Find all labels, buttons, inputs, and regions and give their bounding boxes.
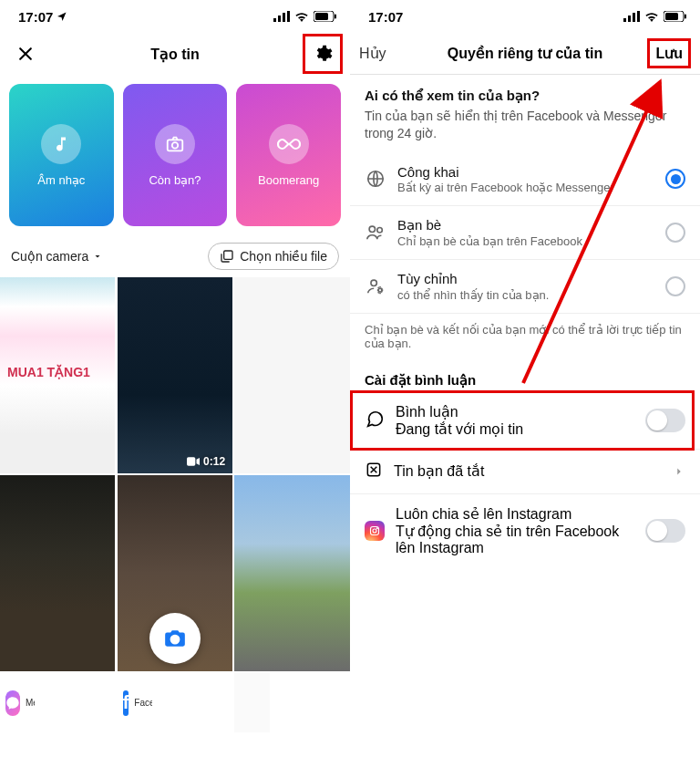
svg-rect-9 <box>224 251 232 259</box>
pill-label: Chọn nhiều file <box>240 249 327 264</box>
svg-point-25 <box>373 529 376 533</box>
svg-point-8 <box>172 142 178 148</box>
row-label: Luôn chia sẻ lên Instagram <box>396 505 634 523</box>
screen-create-story: 17:07 Tạo tin <box>0 0 350 757</box>
thumb-item[interactable] <box>234 277 349 473</box>
comment-settings-heading: Cài đặt bình luận <box>350 356 700 392</box>
who-can-see-section: Ai có thể xem tin của bạn? Tin của bạn s… <box>350 75 700 146</box>
option-label: Bạn bè <box>397 217 654 233</box>
location-icon <box>57 9 67 25</box>
svg-point-19 <box>369 226 375 232</box>
svg-rect-14 <box>637 11 640 22</box>
header-create-story: Tạo tin <box>0 33 350 75</box>
thumb-item[interactable] <box>234 475 349 671</box>
instagram-icon <box>365 521 385 541</box>
row-label: Bình luận <box>396 403 634 420</box>
toggle-off[interactable] <box>645 409 685 432</box>
video-duration: 0:12 <box>203 455 225 468</box>
thumb-item[interactable] <box>0 475 115 671</box>
card-boomerang[interactable]: Boomerang <box>236 84 341 226</box>
svg-rect-17 <box>685 14 686 18</box>
save-button[interactable]: Lưu <box>647 38 691 68</box>
svg-rect-3 <box>287 11 290 22</box>
app-label: Facebook <box>134 698 152 708</box>
option-public[interactable]: Công khai Bất kỳ ai trên Facebook hoặc M… <box>350 153 700 206</box>
chevron-down-icon <box>92 251 103 262</box>
screen-story-privacy: 17:07 Hủy Quyền riêng tư của tin Lưu Ai … <box>350 0 700 757</box>
option-sub: Bất kỳ ai trên Facebook hoặc Messenger <box>397 181 654 194</box>
option-friends[interactable]: Bạn bè Chỉ bạn bè của bạn trên Facebook <box>350 206 700 260</box>
toggle-off[interactable] <box>645 519 685 543</box>
option-sub: Chỉ bạn bè của bạn trên Facebook <box>397 234 654 248</box>
header-privacy: Hủy Quyền riêng tư của tin Lưu <box>350 33 700 75</box>
status-bar: 17:07 <box>350 0 700 33</box>
thumb-item[interactable]: Messenger <box>0 673 35 732</box>
dropdown-label: Cuộn camera <box>11 249 88 264</box>
thumb-item[interactable]: MUA1 TẶNG1 <box>0 277 115 473</box>
battery-icon <box>664 9 687 25</box>
reply-note: Chỉ bạn bè và kết nối của bạn mới có thể… <box>350 314 700 356</box>
card-label: Còn bạn? <box>149 173 201 187</box>
stack-icon <box>220 249 234 264</box>
svg-point-21 <box>371 280 376 285</box>
camera-fab[interactable] <box>149 613 201 664</box>
thumb-item[interactable] <box>118 475 232 671</box>
wifi-icon <box>294 9 309 25</box>
gallery-toolbar: Cuộn camera Chọn nhiều file <box>0 233 350 277</box>
camera-roll-dropdown[interactable]: Cuộn camera <box>11 249 103 264</box>
svg-rect-12 <box>628 16 631 22</box>
svg-rect-0 <box>273 18 276 22</box>
thumb-item[interactable]: f Facebook <box>118 673 152 732</box>
page-title: Tạo tin <box>0 46 350 63</box>
clock-time: 17:07 <box>368 9 403 25</box>
svg-rect-7 <box>168 140 183 150</box>
option-label: Công khai <box>397 164 654 180</box>
gear-icon <box>313 44 333 64</box>
radio-unselected[interactable] <box>665 276 685 296</box>
comment-toggle-row[interactable]: Bình luận Đang tắt với mọi tin <box>350 392 700 450</box>
signal-icon <box>623 9 640 25</box>
option-label: Tùy chỉnh <box>397 271 654 287</box>
settings-button[interactable] <box>303 34 343 74</box>
chevron-right-icon <box>673 465 685 478</box>
svg-rect-13 <box>633 13 635 22</box>
row-sub: Tự động chia sẻ tin trên Facebook lên In… <box>396 523 634 556</box>
audience-options: Công khai Bất kỳ ai trên Facebook hoặc M… <box>350 153 700 314</box>
promo-text: MUA1 TẶNG1 <box>7 365 90 379</box>
close-button[interactable] <box>7 36 44 72</box>
status-bar: 17:07 <box>0 0 350 33</box>
instagram-share-row[interactable]: Luôn chia sẻ lên Instagram Tự động chia … <box>350 494 700 567</box>
svg-rect-2 <box>283 13 285 22</box>
svg-point-20 <box>377 227 383 233</box>
card-label: Boomerang <box>258 173 319 187</box>
thumbnail-grid: MUA1 TẶNG1 0:12 Messenger <box>0 277 350 732</box>
thumb-item[interactable] <box>234 673 269 732</box>
signal-icon <box>273 9 290 25</box>
option-custom[interactable]: Tùy chỉnh có thể nhìn thấy tin của bạn. <box>350 260 700 314</box>
wifi-icon <box>644 9 659 25</box>
thumb-item[interactable]: 0:12 <box>118 277 232 473</box>
cancel-button[interactable]: Hủy <box>359 45 386 62</box>
option-sub: có thể nhìn thấy tin của bạn. <box>397 288 654 302</box>
svg-rect-11 <box>623 18 626 22</box>
svg-rect-16 <box>665 13 678 20</box>
row-label: Tin bạn đã tắt <box>394 462 662 480</box>
svg-rect-6 <box>335 14 336 18</box>
messenger-icon <box>5 690 20 716</box>
mute-icon <box>365 461 383 482</box>
row-sub: Đang tắt với mọi tin <box>396 420 634 438</box>
facebook-icon: f <box>123 690 129 716</box>
radio-selected[interactable] <box>665 169 685 189</box>
infinity-icon <box>269 124 309 164</box>
radio-unselected[interactable] <box>665 223 685 243</box>
person-gear-icon <box>365 275 386 297</box>
muted-stories-row[interactable]: Tin bạn đã tắt <box>350 450 700 494</box>
video-badge: 0:12 <box>187 455 225 468</box>
globe-icon <box>365 168 386 190</box>
clock-time: 17:07 <box>18 9 53 25</box>
friends-icon <box>365 222 386 244</box>
card-music[interactable]: Âm nhạc <box>9 84 114 226</box>
camera-icon <box>155 124 195 164</box>
card-add-yours[interactable]: Còn bạn? <box>123 84 228 226</box>
multi-select-button[interactable]: Chọn nhiều file <box>208 243 339 270</box>
